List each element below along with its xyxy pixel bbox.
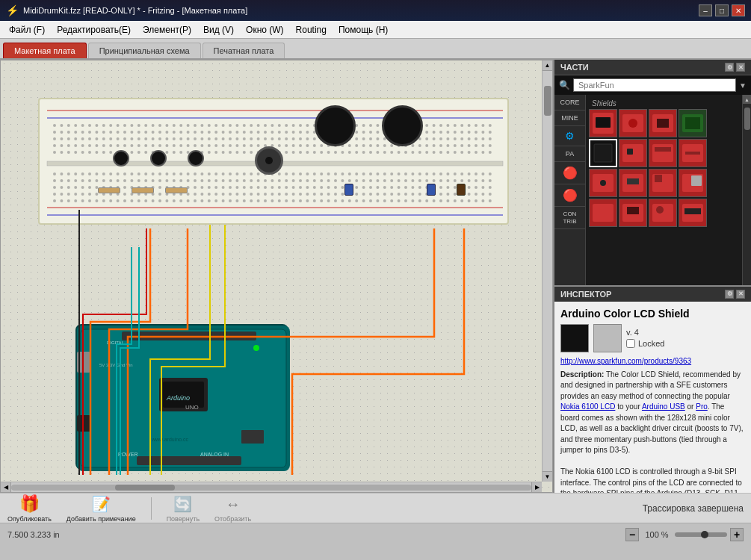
scroll-h-thumb[interactable] [115,485,175,491]
svg-text:DIGITAL: DIGITAL [107,340,125,345]
scroll-right-arrow[interactable]: ▶ [531,482,542,493]
link-pro[interactable]: Pro [696,402,708,411]
scroll-down-arrow[interactable]: ▼ [543,471,553,482]
cat-core[interactable]: CORE [554,95,585,111]
zoom-minus-button[interactable]: − [625,528,639,541]
part-thumb-12[interactable] [679,169,707,197]
parts-scroll-up[interactable]: ▲ [743,95,752,104]
minimize-button[interactable]: – [699,4,712,16]
maximize-button[interactable]: □ [715,4,729,16]
part-thumb-14[interactable] [619,199,647,227]
part-thumb-13[interactable] [589,199,617,227]
scroll-left-arrow[interactable]: ◀ [1,482,11,493]
canvas-scrollbar-horizontal[interactable]: ◀ ▶ [1,482,542,492]
menu-element[interactable]: Элемент(P) [137,23,197,37]
zoom-slider-thumb[interactable] [701,531,708,538]
part-thumb-16[interactable] [679,199,707,227]
cat-mine[interactable]: MINE [554,111,585,126]
rotate-button[interactable]: 🔄 Повернуть [167,494,200,523]
status-bar: 7.500 3.233 in − 100 % + [0,523,751,545]
svg-text:POWER: POWER [118,452,137,457]
add-note-button[interactable]: 📝 Добавить примечание [67,494,136,523]
svg-rect-13 [241,430,264,444]
publish-button[interactable]: 🎁 Опубликовать [7,494,52,523]
breadboard-canvas[interactable]: // Dots will be drawn via JS below [1,60,552,492]
parts-row-2 [589,139,739,167]
scroll-up-arrow[interactable]: ▲ [543,60,553,71]
tab-schematic[interactable]: Принципиальная схема [88,43,201,58]
component-button-2 [150,150,167,167]
part-thumb-8[interactable] [679,139,707,167]
menu-view[interactable]: Вид (V) [197,23,240,37]
inspector-url[interactable]: http://www.sparkfun.com/products/9363 [560,357,745,365]
close-button[interactable]: ✕ [732,4,745,16]
menu-help[interactable]: Помощь (H) [333,23,394,37]
zoom-level: 100 % [642,530,672,539]
menubar: Файл (F) Редактировать(E) Элемент(P) Вид… [0,21,751,39]
toolbar-divider-1 [151,497,152,520]
publish-icon: 🎁 [19,494,40,514]
tab-pcb[interactable]: Печатная плата [203,43,285,58]
cat-contrib[interactable]: CONTRIB [554,207,585,229]
scroll-v-thumb[interactable] [544,86,551,116]
status-bar-left: 7.500 3.233 in [7,530,60,539]
parts-scrollbar[interactable]: ▲ [742,95,751,285]
svg-rect-53 [684,208,701,214]
inspector-component-image-light [593,324,622,352]
parts-panel-settings[interactable]: ⚙ [725,63,734,72]
svg-rect-32 [594,144,612,162]
main-layout: // Dots will be drawn via JS below [0,60,751,493]
svg-rect-46 [691,175,702,186]
search-dropdown-icon[interactable]: ▼ [739,81,747,90]
component-din [255,146,283,175]
part-thumb-1[interactable] [589,109,617,137]
svg-rect-7 [122,332,256,340]
component-speaker-1 [315,105,356,146]
link-arduino-usb[interactable]: Arduino USB [642,402,685,411]
svg-rect-14 [137,456,241,465]
svg-rect-42 [627,178,639,184]
part-thumb-10[interactable] [619,169,647,197]
canvas-area[interactable]: // Dots will be drawn via JS below [0,60,553,493]
inspector-version: v. 4 [626,328,664,337]
cat-red2[interactable]: 🔴 [554,184,585,207]
inspector-settings[interactable]: ⚙ [725,290,734,299]
svg-rect-50 [652,204,673,222]
link-nokia[interactable]: Nokia 6100 LCD [560,402,615,411]
inspector-close[interactable]: ✕ [736,290,745,299]
zoom-plus-button[interactable]: + [730,528,744,541]
part-thumb-5[interactable] [589,139,617,167]
part-thumb-2[interactable] [619,109,647,137]
part-thumb-9[interactable] [589,169,617,197]
menu-file[interactable]: Файл (F) [3,23,51,37]
part-thumb-15[interactable] [649,199,677,227]
parts-search-input[interactable] [573,78,736,92]
parts-search-row: 🔍 ▼ [554,75,751,95]
svg-rect-28 [657,119,669,128]
menu-edit[interactable]: Редактировать(E) [51,23,137,37]
part-thumb-3[interactable] [649,109,677,137]
svg-text:UNO: UNO [185,404,199,411]
flip-button[interactable]: ↔ Отобразить [214,494,251,523]
titlebar-controls: – □ ✕ [699,4,745,16]
cat-pa[interactable]: PA [554,146,585,162]
canvas-scrollbar-vertical[interactable]: ▲ ▼ [542,60,552,482]
cat-red1[interactable]: 🔴 [554,162,585,184]
parts-panel-close[interactable]: ✕ [736,63,745,72]
part-thumb-7[interactable] [649,139,677,167]
tab-breadboard[interactable]: Макетная плата [3,43,87,58]
part-thumb-6[interactable] [619,139,647,167]
zoom-slider-track[interactable] [675,532,727,537]
scroll-h-track[interactable] [11,485,531,491]
cat-arduino[interactable]: ⚙ [554,126,585,146]
parts-title: ЧАСТИ [560,63,589,72]
parts-scroll-thumb[interactable] [744,108,750,130]
menu-window[interactable]: Окно (W) [240,23,290,37]
flip-icon: ↔ [223,494,244,514]
part-thumb-4[interactable] [679,109,707,137]
part-thumb-11[interactable] [649,169,677,197]
menu-routing[interactable]: Routing [290,23,333,37]
locked-checkbox[interactable] [626,339,635,348]
arduino-board: Arduino UNO POWER ANALOG IN 5V 3.3V Gnd [75,324,288,470]
component-resistor-3 [165,187,188,193]
